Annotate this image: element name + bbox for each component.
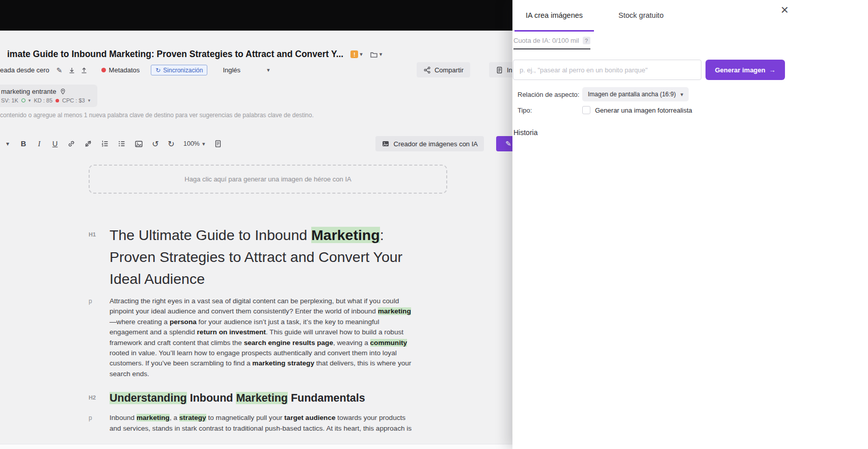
- document-paragraph[interactable]: Attracting the right eyes in a vast sea …: [110, 296, 416, 379]
- paragraph-block: p Attracting the right eyes in a vast se…: [89, 296, 447, 379]
- tab-ai-images[interactable]: IA crea imágenes: [514, 0, 594, 32]
- undo-button[interactable]: ↺: [152, 139, 159, 149]
- text-segment: , a: [170, 414, 179, 421]
- top-black-bar: [0, 0, 512, 31]
- hero-image-placeholder[interactable]: Haga clic aquí para generar una imagen d…: [89, 165, 447, 194]
- target-keyword-card[interactable]: marketing entrante SV: 1K ▾ KD : 85 CPC …: [0, 85, 97, 107]
- photorealistic-checkbox[interactable]: [582, 106, 590, 114]
- text-segment: Understanding: [110, 392, 187, 404]
- chevron-down-icon: ▾: [360, 51, 363, 57]
- share-icon: [423, 66, 431, 74]
- metadata-label: Metadatos: [109, 66, 140, 74]
- text-segment: The Ultimate Guide to Inbound: [110, 227, 311, 243]
- underline-button[interactable]: U: [51, 140, 59, 148]
- document-paragraph[interactable]: Inbound marketing, a strategy to magneti…: [110, 413, 416, 434]
- text-segment: marketing strategy: [252, 359, 314, 367]
- text-segment: community: [370, 339, 408, 347]
- chevron-down-icon: ▾: [267, 67, 270, 73]
- ordered-list-button[interactable]: [101, 140, 109, 148]
- ai-image-creator-button[interactable]: Creador de imágenes con IA: [375, 136, 484, 151]
- redo-button[interactable]: ↻: [168, 139, 175, 149]
- document-title: imate Guide to Inbound Marketing: Proven…: [7, 49, 343, 60]
- bullet-list-button[interactable]: [118, 140, 126, 148]
- created-from-label: eada desde cero: [0, 66, 49, 74]
- generate-image-button[interactable]: Generar imagen →: [706, 60, 785, 80]
- arrow-right-icon: →: [769, 66, 776, 74]
- text-segment: Marketing: [236, 392, 288, 404]
- image-icon: [382, 140, 390, 148]
- chevron-down-icon: ▾: [88, 98, 91, 103]
- editor-toolbar: ▾ B I U: [0, 136, 512, 152]
- document-body: Haga clic aquí para generar una imagen d…: [89, 165, 447, 434]
- document-h2[interactable]: Understanding Inbound Marketing Fundamen…: [110, 390, 428, 406]
- aspect-ratio-value: Imagen de pantalla ancha (16:9): [588, 91, 676, 98]
- edit-title-button[interactable]: ✎: [57, 66, 63, 74]
- paragraph-style-dropdown[interactable]: ▾: [4, 141, 11, 147]
- heading1-block: H1 The Ultimate Guide to Inbound Marketi…: [89, 224, 447, 290]
- redo-icon: ↻: [168, 139, 174, 149]
- text-segment: target audience: [284, 414, 335, 421]
- warning-icon: !: [350, 50, 358, 58]
- bullet-list-icon: [118, 140, 126, 148]
- text-segment: return on investment: [197, 328, 266, 336]
- close-icon[interactable]: ×: [781, 3, 789, 16]
- zoom-control[interactable]: 100% ▾: [183, 140, 205, 147]
- help-icon[interactable]: ?: [583, 37, 590, 44]
- aspect-ratio-select[interactable]: Imagen de pantalla ancha (16:9) ▾: [582, 87, 689, 101]
- bold-button[interactable]: B: [20, 140, 27, 148]
- italic-button[interactable]: I: [36, 140, 43, 148]
- ai-quota-label: Cuota de IA: 0/100 mil: [513, 37, 579, 44]
- block-type-label: H2: [89, 390, 99, 406]
- image-type-row: Tipo: Generar una imagen fotorrealista: [518, 105, 692, 115]
- download-button[interactable]: [68, 66, 76, 74]
- unlink-button[interactable]: [84, 140, 92, 148]
- block-type-label: H1: [89, 224, 99, 290]
- metadata-button[interactable]: Metadatos: [101, 66, 140, 74]
- text-segment: Inbound: [110, 414, 137, 421]
- hero-placeholder-text: Haga clic aquí para generar una imagen d…: [184, 175, 351, 183]
- keyword-sv: SV: 1K: [1, 97, 18, 103]
- prompt-input[interactable]: [513, 60, 701, 80]
- photorealistic-label: Generar una imagen fotorrealista: [595, 107, 692, 114]
- tab-free-stock[interactable]: Stock gratuito: [607, 0, 675, 32]
- sync-label: Sincronización: [163, 67, 203, 74]
- link-icon: [67, 140, 75, 148]
- text-segment: to magnetically pull your: [206, 414, 284, 421]
- language-select[interactable]: Inglés ▾: [223, 66, 269, 74]
- formatting-tools: ▾ B I U: [4, 139, 222, 149]
- insert-image-button[interactable]: [134, 140, 143, 148]
- pencil-icon: ✎: [57, 66, 63, 74]
- editor-region: imate Guide to Inbound Marketing: Proven…: [0, 0, 512, 449]
- title-warning-button[interactable]: ! ▾: [346, 50, 363, 58]
- text-segment: Inbound: [187, 392, 236, 404]
- sync-badge[interactable]: ↻ Sincronización: [151, 65, 207, 75]
- export-page-button[interactable]: [214, 140, 222, 148]
- page-icon: [214, 140, 222, 148]
- text-segment: marketing: [378, 307, 411, 315]
- report-icon: [496, 66, 503, 74]
- chevron-down-icon: ▾: [29, 98, 31, 103]
- download-icon: [68, 66, 76, 74]
- ai-image-panel: IA crea imágenes Stock gratuito × Cuota …: [512, 0, 868, 449]
- share-label: Compartir: [435, 66, 464, 74]
- text-segment: Attracting the right eyes in a vast sea …: [110, 297, 399, 315]
- document-meta-row: eada desde cero ✎ Metadatos ↻ Sincroniza…: [0, 65, 270, 75]
- share-button[interactable]: Compartir: [417, 62, 470, 77]
- language-value: Inglés: [223, 66, 240, 74]
- link-button[interactable]: [67, 140, 75, 148]
- toolbar-right-group: Creador de imágenes con IA ✎: [375, 136, 512, 151]
- undo-icon: ↺: [152, 139, 158, 149]
- text-segment: marketing: [137, 414, 170, 421]
- folder-icon: [370, 50, 378, 59]
- panel-tabs: IA crea imágenes Stock gratuito: [512, 0, 868, 32]
- chevron-down-icon: ▾: [379, 51, 383, 57]
- ai-quota: Cuota de IA: 0/100 mil ?: [513, 37, 590, 49]
- text-segment: persona: [170, 318, 197, 326]
- upload-button[interactable]: [80, 66, 88, 74]
- paragraph-block: p Inbound marketing, a strategy to magne…: [89, 413, 447, 434]
- metadata-alert-icon: [101, 68, 106, 72]
- document-h1[interactable]: The Ultimate Guide to Inbound Marketing:…: [110, 224, 428, 290]
- text-segment: Marketing: [311, 227, 380, 243]
- folder-button[interactable]: ▾: [370, 50, 383, 59]
- block-type-label: p: [89, 413, 99, 434]
